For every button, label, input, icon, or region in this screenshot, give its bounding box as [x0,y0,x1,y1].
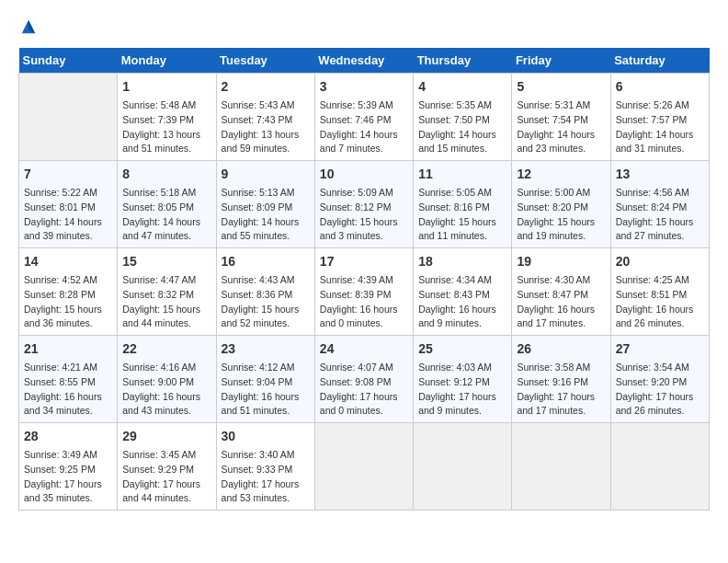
cell-sunrise: Sunrise: 5:48 AMSunset: 7:39 PMDaylight:… [122,98,210,156]
cell-sunrise: Sunrise: 5:31 AMSunset: 7:54 PMDaylight:… [517,98,605,156]
calendar-cell: 2Sunrise: 5:43 AMSunset: 7:43 PMDaylight… [216,74,314,161]
day-number: 21 [24,339,112,359]
cell-sunrise: Sunrise: 4:52 AMSunset: 8:28 PMDaylight:… [24,273,112,331]
day-number: 2 [222,77,310,97]
cell-sunrise: Sunrise: 4:56 AMSunset: 8:24 PMDaylight:… [616,186,704,244]
calendar-cell: 5Sunrise: 5:31 AMSunset: 7:54 PMDaylight… [512,74,610,161]
cell-sunrise: Sunrise: 4:03 AMSunset: 9:12 PMDaylight:… [418,361,506,419]
calendar-cell: 30Sunrise: 3:40 AMSunset: 9:33 PMDayligh… [216,423,314,511]
calendar-cell: 22Sunrise: 4:16 AMSunset: 9:00 PMDayligh… [118,336,216,423]
weekday-header-friday: Friday [512,48,610,74]
cell-sunrise: Sunrise: 5:35 AMSunset: 7:50 PMDaylight:… [418,98,506,156]
calendar-cell: 16Sunrise: 4:43 AMSunset: 8:36 PMDayligh… [216,248,314,336]
day-number: 27 [616,339,704,359]
calendar-cell [610,423,709,511]
calendar-cell: 14Sunrise: 4:52 AMSunset: 8:28 PMDayligh… [19,248,118,336]
cell-sunrise: Sunrise: 3:58 AMSunset: 9:16 PMDaylight:… [517,361,605,419]
logo [18,18,37,33]
day-number: 20 [616,252,704,271]
cell-sunrise: Sunrise: 4:21 AMSunset: 8:55 PMDaylight:… [24,361,112,419]
cell-sunrise: Sunrise: 4:07 AMSunset: 9:08 PMDaylight:… [320,361,408,419]
page-header [18,18,710,33]
cell-sunrise: Sunrise: 5:26 AMSunset: 7:57 PMDaylight:… [616,98,704,156]
cell-sunrise: Sunrise: 5:13 AMSunset: 8:09 PMDaylight:… [222,186,310,244]
calendar-cell [512,423,610,511]
cell-sunrise: Sunrise: 4:47 AMSunset: 8:32 PMDaylight:… [122,273,210,331]
calendar-cell: 17Sunrise: 4:39 AMSunset: 8:39 PMDayligh… [314,248,413,336]
day-number: 11 [418,165,506,184]
calendar-cell: 25Sunrise: 4:03 AMSunset: 9:12 PMDayligh… [414,336,512,423]
calendar-cell: 21Sunrise: 4:21 AMSunset: 8:55 PMDayligh… [19,336,118,423]
cell-sunrise: Sunrise: 5:09 AMSunset: 8:12 PMDaylight:… [320,186,408,244]
calendar-cell: 29Sunrise: 3:45 AMSunset: 9:29 PMDayligh… [118,423,216,511]
cell-sunrise: Sunrise: 5:00 AMSunset: 8:20 PMDaylight:… [517,186,605,244]
cell-sunrise: Sunrise: 5:05 AMSunset: 8:16 PMDaylight:… [418,186,506,244]
calendar-cell: 23Sunrise: 4:12 AMSunset: 9:04 PMDayligh… [216,336,314,423]
weekday-header-thursday: Thursday [414,48,512,74]
day-number: 18 [418,252,506,271]
day-number: 19 [517,252,605,271]
calendar-cell: 26Sunrise: 3:58 AMSunset: 9:16 PMDayligh… [512,336,610,423]
cell-sunrise: Sunrise: 4:34 AMSunset: 8:43 PMDaylight:… [418,273,506,331]
calendar-cell: 20Sunrise: 4:25 AMSunset: 8:51 PMDayligh… [610,248,709,336]
calendar-cell: 15Sunrise: 4:47 AMSunset: 8:32 PMDayligh… [118,248,216,336]
calendar-cell: 9Sunrise: 5:13 AMSunset: 8:09 PMDaylight… [216,161,314,248]
day-number: 28 [24,427,112,446]
calendar-cell: 18Sunrise: 4:34 AMSunset: 8:43 PMDayligh… [414,248,512,336]
calendar-cell: 24Sunrise: 4:07 AMSunset: 9:08 PMDayligh… [314,336,413,423]
cell-sunrise: Sunrise: 4:16 AMSunset: 9:00 PMDaylight:… [122,361,210,419]
weekday-header-tuesday: Tuesday [216,48,314,74]
cell-sunrise: Sunrise: 4:30 AMSunset: 8:47 PMDaylight:… [517,273,605,331]
calendar-cell [414,423,512,511]
logo-icon [20,18,37,35]
day-number: 3 [320,77,408,97]
calendar-cell: 12Sunrise: 5:00 AMSunset: 8:20 PMDayligh… [512,161,610,248]
calendar-cell: 6Sunrise: 5:26 AMSunset: 7:57 PMDaylight… [610,74,709,161]
day-number: 15 [122,252,210,271]
calendar-cell [19,74,118,161]
calendar-cell: 8Sunrise: 5:18 AMSunset: 8:05 PMDaylight… [118,161,216,248]
day-number: 16 [222,252,310,271]
cell-sunrise: Sunrise: 4:43 AMSunset: 8:36 PMDaylight:… [222,273,310,331]
calendar-cell: 7Sunrise: 5:22 AMSunset: 8:01 PMDaylight… [19,161,118,248]
cell-sunrise: Sunrise: 4:12 AMSunset: 9:04 PMDaylight:… [222,361,310,419]
day-number: 14 [24,252,112,271]
cell-sunrise: Sunrise: 5:39 AMSunset: 7:46 PMDaylight:… [320,98,408,156]
calendar-cell: 27Sunrise: 3:54 AMSunset: 9:20 PMDayligh… [610,336,709,423]
day-number: 12 [517,165,605,184]
calendar-cell: 19Sunrise: 4:30 AMSunset: 8:47 PMDayligh… [512,248,610,336]
cell-sunrise: Sunrise: 4:39 AMSunset: 8:39 PMDaylight:… [320,273,408,331]
day-number: 9 [222,165,310,184]
day-number: 4 [418,77,506,97]
weekday-header-wednesday: Wednesday [314,48,413,74]
day-number: 17 [320,252,408,271]
day-number: 26 [517,339,605,359]
cell-sunrise: Sunrise: 3:49 AMSunset: 9:25 PMDaylight:… [24,448,112,506]
day-number: 24 [320,339,408,359]
weekday-header-sunday: Sunday [19,48,118,74]
day-number: 25 [418,339,506,359]
calendar-table: SundayMondayTuesdayWednesdayThursdayFrid… [18,48,710,511]
calendar-cell: 11Sunrise: 5:05 AMSunset: 8:16 PMDayligh… [414,161,512,248]
calendar-cell: 13Sunrise: 4:56 AMSunset: 8:24 PMDayligh… [610,161,709,248]
day-number: 5 [517,77,605,97]
day-number: 10 [320,165,408,184]
weekday-header-saturday: Saturday [610,48,709,74]
day-number: 1 [122,77,210,97]
day-number: 29 [122,427,210,446]
day-number: 22 [122,339,210,359]
day-number: 6 [616,77,704,97]
calendar-cell: 1Sunrise: 5:48 AMSunset: 7:39 PMDaylight… [118,74,216,161]
day-number: 30 [222,427,310,446]
cell-sunrise: Sunrise: 3:45 AMSunset: 9:29 PMDaylight:… [122,448,210,506]
calendar-cell: 4Sunrise: 5:35 AMSunset: 7:50 PMDaylight… [414,74,512,161]
day-number: 13 [616,165,704,184]
cell-sunrise: Sunrise: 3:40 AMSunset: 9:33 PMDaylight:… [222,448,310,506]
day-number: 7 [24,165,112,184]
cell-sunrise: Sunrise: 5:43 AMSunset: 7:43 PMDaylight:… [222,98,310,156]
weekday-header-monday: Monday [118,48,216,74]
cell-sunrise: Sunrise: 4:25 AMSunset: 8:51 PMDaylight:… [616,273,704,331]
cell-sunrise: Sunrise: 5:18 AMSunset: 8:05 PMDaylight:… [122,186,210,244]
day-number: 23 [222,339,310,359]
day-number: 8 [122,165,210,184]
